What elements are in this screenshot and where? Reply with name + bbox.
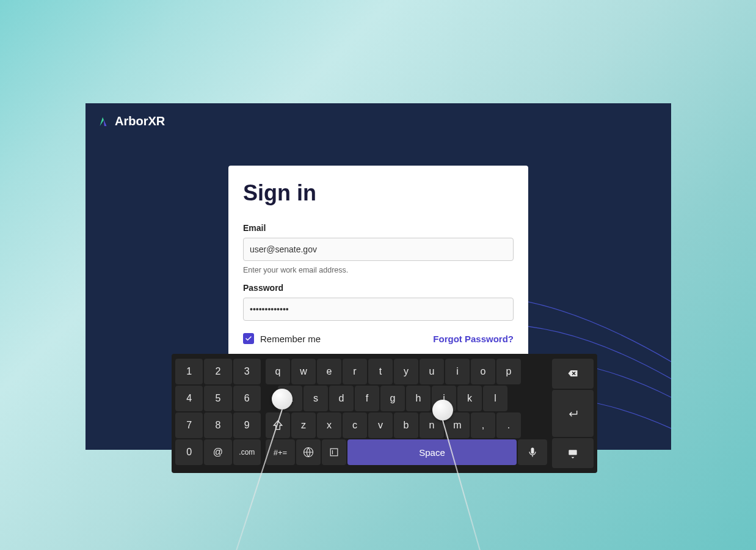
key-t[interactable]: t — [368, 359, 393, 384]
virtual-keyboard: 1 2 3 4 5 6 7 8 9 0 @ .com q w e r t y u… — [172, 354, 597, 473]
password-label: Password — [243, 283, 514, 293]
key-6[interactable]: 6 — [233, 386, 261, 411]
key-mic[interactable] — [518, 439, 547, 465]
key-dotcom[interactable]: .com — [233, 439, 261, 465]
key-n[interactable]: n — [420, 413, 444, 438]
brand-logo-icon — [96, 115, 110, 128]
key-v[interactable]: v — [368, 413, 393, 438]
key-p[interactable]: p — [496, 359, 521, 384]
microphone-icon — [526, 446, 539, 458]
email-label: Email — [243, 223, 514, 233]
key-d[interactable]: d — [329, 386, 354, 411]
key-2[interactable]: 2 — [204, 359, 231, 384]
key-l[interactable]: l — [483, 386, 507, 411]
keyboard-right — [552, 359, 594, 468]
key-k[interactable]: k — [457, 386, 482, 411]
email-hint: Enter your work email address. — [243, 266, 514, 274]
key-u[interactable]: u — [420, 359, 444, 384]
backspace-icon — [567, 367, 579, 380]
key-q[interactable]: q — [266, 359, 290, 384]
key-h[interactable]: h — [406, 386, 431, 411]
key-s[interactable]: s — [303, 386, 328, 411]
key-1[interactable]: 1 — [175, 359, 203, 384]
key-3[interactable]: 3 — [233, 359, 261, 384]
key-4[interactable]: 4 — [175, 386, 203, 411]
key-e[interactable]: e — [317, 359, 341, 384]
brand-name: ArborXR — [115, 114, 165, 128]
key-comma[interactable]: , — [471, 413, 495, 438]
shift-icon — [272, 419, 284, 431]
key-at[interactable]: @ — [204, 439, 231, 465]
key-9[interactable]: 9 — [233, 413, 261, 438]
key-r[interactable]: r — [343, 359, 367, 384]
key-i[interactable]: i — [445, 359, 470, 384]
password-input[interactable] — [243, 298, 514, 321]
key-c[interactable]: c — [343, 413, 367, 438]
keyboard-numpad: 1 2 3 4 5 6 7 8 9 0 @ .com — [175, 359, 261, 468]
brand: ArborXR — [96, 114, 165, 128]
key-f[interactable]: f — [355, 386, 379, 411]
key-hide-keyboard[interactable] — [552, 438, 594, 468]
remember-me[interactable]: Remember me — [243, 333, 321, 344]
key-x[interactable]: x — [317, 413, 341, 438]
svg-rect-3 — [569, 450, 576, 455]
signin-card: Sign in Email Enter your work email addr… — [228, 166, 528, 359]
key-o[interactable]: o — [471, 359, 495, 384]
key-a[interactable]: a — [278, 386, 302, 411]
email-input[interactable] — [243, 238, 514, 261]
key-symbols[interactable]: #+= — [266, 439, 295, 465]
remember-label: Remember me — [260, 334, 321, 344]
key-7[interactable]: 7 — [175, 413, 203, 438]
key-0[interactable]: 0 — [175, 439, 203, 465]
enter-icon — [567, 408, 579, 420]
key-tab[interactable] — [322, 439, 346, 465]
keyboard-hide-icon — [567, 447, 579, 460]
key-enter[interactable] — [552, 390, 594, 438]
key-period[interactable]: . — [496, 413, 521, 438]
key-language[interactable] — [296, 439, 321, 465]
key-z[interactable]: z — [291, 413, 316, 438]
key-m[interactable]: m — [445, 413, 470, 438]
key-y[interactable]: y — [394, 359, 418, 384]
tab-icon — [328, 446, 340, 458]
key-b[interactable]: b — [394, 413, 418, 438]
forgot-password-link[interactable]: Forgot Password? — [433, 334, 514, 344]
key-shift[interactable] — [266, 413, 290, 438]
key-w[interactable]: w — [291, 359, 316, 384]
svg-rect-2 — [531, 448, 534, 454]
globe-icon — [302, 446, 314, 458]
key-8[interactable]: 8 — [204, 413, 231, 438]
key-space[interactable]: Space — [347, 439, 517, 465]
key-backspace[interactable] — [552, 359, 594, 389]
key-j[interactable]: j — [432, 386, 456, 411]
svg-rect-1 — [330, 449, 338, 456]
signin-title: Sign in — [243, 180, 514, 206]
keyboard-main: q w e r t y u i o p a s d f g h j k l z — [266, 359, 547, 468]
key-5[interactable]: 5 — [204, 386, 231, 411]
key-g[interactable]: g — [380, 386, 405, 411]
remember-checkbox[interactable] — [243, 333, 254, 344]
check-icon — [245, 335, 252, 342]
